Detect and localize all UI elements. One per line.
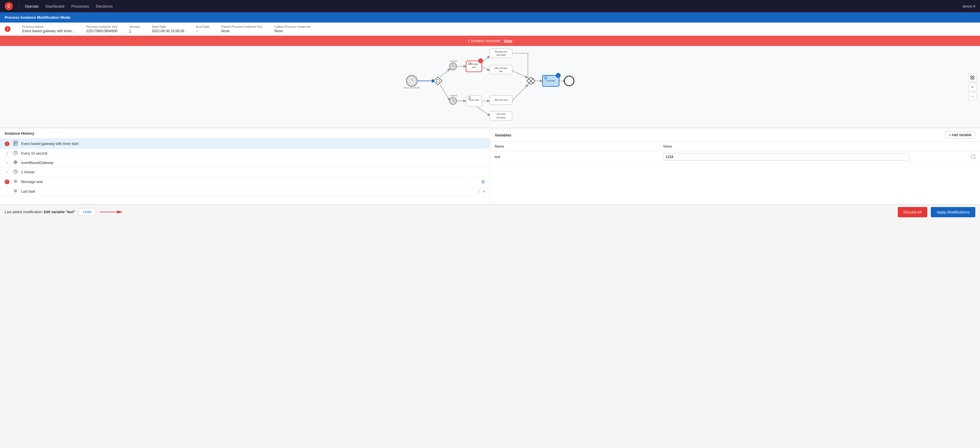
history-gateway-icon-2 [13, 160, 18, 165]
history-check-icon-3: ✓ [5, 170, 10, 174]
chevron-down-icon: ▾ [973, 4, 975, 8]
process-name-value: Event based gateway with timer... [22, 29, 75, 33]
process-name-label: Process Name [22, 25, 75, 29]
svg-text:Timer task: Timer task [469, 98, 479, 101]
variables-table: Name Value test [490, 142, 980, 204]
svg-line-8 [476, 106, 490, 116]
version-value[interactable]: 2 [129, 29, 140, 33]
instance-history-panel: Instance History ! Event based gateway w… [0, 128, 490, 204]
history-item-text-2: eventBasedGateway [21, 161, 485, 165]
svg-text:Message: Message [469, 63, 478, 65]
svg-text:1 minute: 1 minute [449, 60, 457, 62]
history-item-0[interactable]: ! Event based gateway with timer start [0, 139, 490, 149]
end-date-value: -- [196, 29, 210, 33]
discard-all-button[interactable]: Discard All [898, 207, 928, 217]
nav-item-dashboard[interactable]: Dashboard [46, 4, 64, 8]
process-key-field: Process Instance Key 2251799813694906 [86, 25, 118, 33]
incident-bar: 1 Incident occurred View [0, 36, 980, 46]
fit-to-screen-button[interactable] [968, 73, 977, 82]
svg-rect-38 [490, 65, 512, 74]
process-error-icon: ! [5, 26, 11, 32]
svg-text:1 minute: 1 minute [449, 94, 457, 97]
top-navigation: C Operate Dashboard Processes Decisions … [0, 0, 980, 12]
history-doc-icon-0 [13, 141, 18, 147]
parent-key-field: Parent Process Instance Key None [221, 25, 263, 33]
apply-modifications-button[interactable]: Apply Modifications [931, 207, 975, 217]
nav-item-operate[interactable]: Operate [25, 4, 39, 8]
svg-text:0:1: 0:1 [479, 60, 482, 62]
process-name-field: Process Name Event based gateway with ti… [22, 25, 75, 33]
history-item-1[interactable]: ✓ Every 10 second [0, 149, 490, 158]
history-check-icon-1: ✓ [5, 151, 10, 155]
nav-items: Operate Dashboard Processes Decisions [25, 4, 956, 8]
variable-row-0: test [490, 151, 980, 163]
history-item-3[interactable]: ✓ 1 minute [0, 167, 490, 177]
add-instance-button-5[interactable]: + [483, 189, 485, 194]
variables-header: Variables + Add Variable [490, 128, 980, 142]
bottom-panel: Instance History ! Event based gateway w… [0, 128, 980, 204]
process-key-value: 2251799813694906 [86, 29, 118, 33]
start-date-field: Start Date 2022-09-30 10:56:06 [152, 25, 184, 33]
diagram-controls: + − [968, 73, 977, 100]
incident-text: 1 Incident occurred [468, 39, 500, 43]
svg-line-4 [482, 56, 490, 63]
history-timer-icon-1 [13, 151, 18, 156]
history-item-5[interactable]: Last task ⚠ + [0, 187, 490, 196]
last-mod-value: Edit variable "test" [44, 210, 75, 214]
svg-marker-85 [117, 210, 123, 214]
last-modification-text: Last added modification: Edit variable "… [5, 210, 75, 214]
add-variable-button[interactable]: + Add Variable [945, 131, 975, 139]
svg-text:Message task: Message task [495, 50, 507, 53]
zoom-out-button[interactable]: − [968, 92, 977, 100]
svg-line-10 [512, 84, 528, 101]
nav-separator [19, 3, 19, 9]
warning-icon-5: ⚠ [478, 190, 481, 193]
nav-item-processes[interactable]: Processes [72, 4, 89, 8]
history-error-icon-0: ! [5, 142, 10, 146]
variables-table-header: Name Value [490, 142, 980, 151]
svg-rect-64 [970, 76, 972, 77]
var-value-input-0[interactable] [663, 153, 910, 161]
last-mod-prefix: Last added modification: [5, 210, 43, 214]
parent-key-label: Parent Process Instance Key [221, 25, 263, 29]
history-list: ! Event based gateway with timer start ✓ [0, 139, 490, 204]
history-item-2[interactable]: ✓ eventBasedGateway [0, 158, 490, 167]
end-date-label: End Date [196, 25, 210, 29]
version-label: Version [129, 25, 140, 29]
variables-title: Variables [495, 133, 511, 137]
start-date-label: Start Date [152, 25, 184, 29]
user-name: demo [963, 4, 972, 8]
svg-line-2 [440, 84, 450, 100]
history-item-text-3: 1 minute [21, 170, 485, 174]
mode-banner: Process Instance Modification Mode [0, 12, 980, 22]
svg-point-81 [15, 190, 16, 192]
footer-bar: Last added modification: Edit variable "… [0, 204, 980, 219]
svg-rect-82 [972, 155, 975, 158]
parent-key-value: None [221, 29, 263, 33]
undo-button[interactable]: Undo [79, 208, 96, 216]
svg-rect-35 [490, 49, 512, 58]
svg-point-63 [564, 76, 574, 86]
svg-text:Timer task: Timer task [496, 113, 506, 115]
var-edit-icon-0[interactable] [971, 155, 975, 159]
history-gear-icon-4 [13, 179, 18, 184]
incident-view-link[interactable]: View [503, 39, 512, 43]
col-header-value: Value [663, 144, 975, 148]
svg-text:interrupted: interrupted [496, 116, 506, 119]
svg-rect-66 [970, 78, 972, 79]
history-item-4[interactable]: ! Message task ⊘ [0, 177, 490, 187]
version-field: Version 2 [129, 25, 140, 33]
cancel-token-button-4[interactable]: ⊘ [481, 179, 485, 185]
svg-text:task: task [472, 65, 476, 68]
diagram-area: Every 10 second 1 minute Message task 0:… [0, 46, 980, 128]
variables-panel: Variables + Add Variable Name Value test [490, 128, 980, 204]
svg-text:interrupted: interrupted [496, 54, 506, 56]
user-menu[interactable]: demo ▾ [963, 4, 975, 8]
bpmn-diagram: Every 10 second 1 minute Message task 0:… [0, 46, 980, 128]
svg-line-5 [482, 66, 490, 70]
nav-item-decisions[interactable]: Decisions [96, 4, 112, 8]
zoom-in-button[interactable]: + [968, 83, 977, 91]
end-date-field: End Date -- [196, 25, 210, 33]
svg-line-9 [512, 70, 528, 78]
svg-text:After timer task: After timer task [495, 99, 508, 101]
